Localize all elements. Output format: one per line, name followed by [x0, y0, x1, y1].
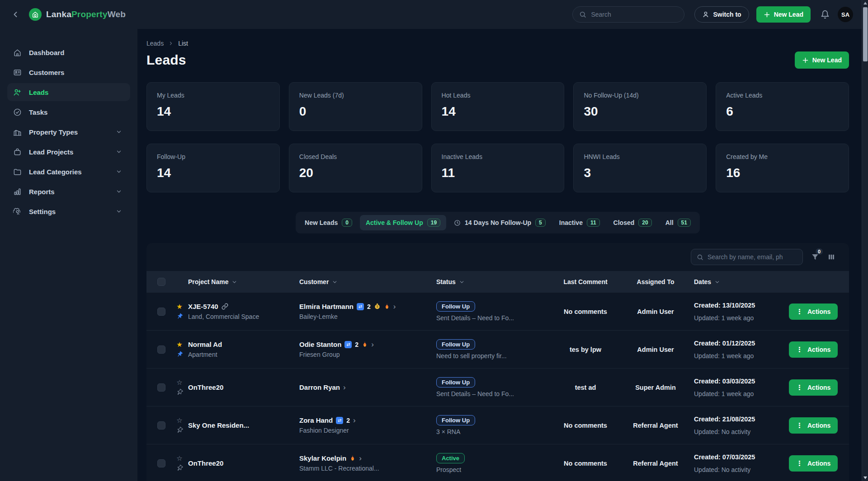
column-header-customer[interactable]: Customer	[299, 278, 436, 285]
actions-button[interactable]: ⋮ Actions	[789, 455, 838, 472]
star-icon[interactable]: ☆	[176, 455, 182, 462]
gear-icon	[13, 207, 22, 216]
last-comment: No comments	[554, 422, 617, 429]
row-checkbox[interactable]	[157, 421, 165, 430]
chevron-right-icon[interactable]: ›	[359, 454, 362, 462]
customer-name[interactable]: Odie Stanton	[299, 341, 341, 348]
tab-closed[interactable]: Closed 20	[608, 215, 658, 230]
link-icon[interactable]	[222, 303, 228, 310]
switch-to-button[interactable]: Switch to	[694, 6, 749, 23]
customer-subtitle: Friesen Group	[299, 351, 436, 358]
stat-card-created-by-me[interactable]: Created by Me16	[716, 144, 849, 192]
status-badge: Active	[436, 453, 465, 463]
new-lead-button-page[interactable]: New Lead	[795, 51, 849, 69]
brand-logo[interactable]: LankaPropertyWeb	[29, 8, 126, 21]
created-date: Created: 13/10/2025	[694, 302, 789, 309]
new-lead-button-topbar[interactable]: New Lead	[756, 6, 811, 23]
star-icon[interactable]: ☆	[176, 417, 182, 424]
table-search	[691, 249, 803, 265]
customer-subtitle: Fashion Designer	[299, 427, 436, 434]
avatar[interactable]: SA	[838, 7, 853, 22]
sidebar-item-settings[interactable]: Settings	[7, 202, 130, 220]
global-search-input[interactable]	[591, 11, 678, 18]
home-icon	[13, 48, 22, 57]
pin-icon[interactable]	[176, 427, 183, 434]
column-header-project[interactable]: Project Name	[188, 278, 299, 285]
filter-funnel-icon[interactable]: 0	[811, 253, 819, 261]
columns-icon[interactable]	[827, 253, 835, 261]
stat-card-new-leads-7d[interactable]: New Leads (7d)0	[289, 82, 422, 131]
bar-chart-icon	[13, 187, 22, 196]
pin-icon[interactable]	[176, 465, 183, 472]
briefcase-icon	[13, 148, 22, 156]
sidebar-item-dashboard[interactable]: Dashboard	[7, 43, 130, 61]
row-checkbox[interactable]	[157, 383, 165, 392]
row-checkbox[interactable]	[157, 346, 165, 354]
created-date: Created: 03/03/2025	[694, 378, 789, 385]
last-comment: tes by lpw	[554, 346, 617, 353]
tab-new-leads[interactable]: New Leads 0	[299, 215, 358, 230]
stat-card-hnwi-leads[interactable]: HNWI Leads3	[573, 144, 707, 192]
project-name[interactable]: OnThree20	[188, 383, 223, 391]
fire-icon	[349, 455, 356, 462]
table-row: ☆ OnThree20 Darron Ryan › Follow Up Sent…	[146, 369, 849, 406]
tab-active-follow-up[interactable]: Active & Follow Up 19	[360, 215, 446, 230]
sidebar-item-reports[interactable]: Reports	[7, 182, 130, 201]
customer-name[interactable]: Darron Ryan	[299, 383, 340, 391]
table-row: ★ XJE-5740 Land, Commercial Space Elmira…	[146, 293, 849, 331]
star-icon[interactable]: ☆	[176, 379, 182, 386]
table-header: Project Name Customer Status Last Commen…	[146, 271, 849, 293]
chevron-right-icon[interactable]: ›	[353, 416, 356, 424]
stat-card-hot-leads[interactable]: Hot Leads14	[431, 82, 565, 131]
column-header-status[interactable]: Status	[436, 278, 554, 285]
project-name[interactable]: Sky One Residen...	[188, 421, 249, 429]
pin-icon[interactable]	[176, 313, 183, 320]
sidebar-item-lead-categories[interactable]: Lead Categories	[7, 163, 130, 181]
project-name[interactable]: OnThree20	[188, 459, 223, 467]
pin-icon[interactable]	[176, 351, 183, 358]
customer-name[interactable]: Elmira Hartmann	[299, 303, 354, 310]
chevron-right-icon[interactable]: ›	[393, 303, 396, 310]
actions-button[interactable]: ⋮ Actions	[789, 304, 838, 320]
stat-card-follow-up[interactable]: Follow-Up14	[146, 144, 280, 192]
sidebar-item-customers[interactable]: Customers	[7, 63, 130, 81]
customer-name[interactable]: Zora Hand	[299, 416, 333, 424]
actions-button[interactable]: ⋮ Actions	[789, 417, 838, 434]
star-icon[interactable]: ★	[176, 341, 182, 348]
project-name[interactable]: Normal Ad	[188, 341, 222, 348]
tab-14-days-no-follow-up[interactable]: 14 Days No Follow-Up 5	[448, 215, 552, 230]
scroll-up-arrow[interactable]	[863, 2, 867, 5]
actions-button[interactable]: ⋮ Actions	[789, 379, 838, 396]
stat-card-no-followup-14d[interactable]: No Follow-Up (14d)30	[573, 82, 707, 131]
table-search-input[interactable]	[708, 253, 797, 261]
stat-card-inactive-leads[interactable]: Inactive Leads11	[431, 144, 565, 192]
last-comment: No comments	[554, 308, 617, 315]
star-icon[interactable]: ★	[176, 303, 182, 310]
chevron-right-icon[interactable]: ›	[371, 341, 374, 348]
customer-name[interactable]: Skylar Koelpin	[299, 454, 346, 462]
chevron-right-icon[interactable]: ›	[343, 383, 346, 391]
tab-all[interactable]: All 51	[660, 215, 697, 230]
breadcrumb-leads[interactable]: Leads	[146, 40, 164, 47]
stat-card-active-leads[interactable]: Active Leads6	[716, 82, 849, 131]
back-chevron-icon[interactable]	[11, 10, 20, 19]
scrollbar-thumb[interactable]	[863, 7, 868, 61]
bell-icon[interactable]	[821, 10, 830, 19]
sidebar-item-property-types[interactable]: Property Types	[7, 123, 130, 141]
tab-inactive[interactable]: Inactive 11	[553, 215, 606, 230]
sidebar-item-tasks[interactable]: Tasks	[7, 103, 130, 121]
row-checkbox[interactable]	[157, 459, 165, 467]
select-all-checkbox[interactable]	[157, 278, 165, 286]
sidebar-item-lead-projects[interactable]: Lead Projects	[7, 143, 130, 161]
stat-card-closed-deals[interactable]: Closed Deals20	[289, 144, 422, 192]
pin-icon[interactable]	[176, 389, 183, 396]
column-header-dates[interactable]: Dates	[694, 278, 789, 285]
sidebar-item-leads[interactable]: Leads	[7, 83, 130, 101]
scroll-down-arrow[interactable]	[863, 476, 867, 479]
page-scrollbar[interactable]	[862, 0, 868, 481]
project-name[interactable]: XJE-5740	[188, 303, 218, 310]
row-checkbox[interactable]	[157, 308, 165, 316]
actions-button[interactable]: ⋮ Actions	[789, 341, 838, 358]
stat-card-my-leads[interactable]: My Leads14	[146, 82, 280, 131]
tab-count-badge: 19	[427, 219, 440, 227]
